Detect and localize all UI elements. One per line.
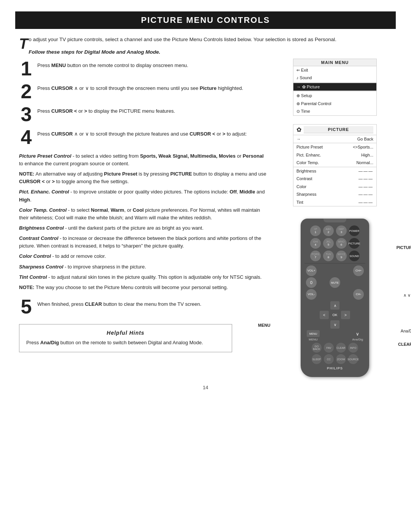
remote-dpad: ∧ < OK > ∨ xyxy=(304,301,365,329)
picture-menu-diagram: ✿ PICTURE → Go Back Picture Preset<>Spor… xyxy=(293,124,377,207)
desc-brightness: Brightness Control - until the darkest p… xyxy=(19,224,266,232)
right-column: MAIN MENU ⇐ Exit ♪ Sound → ✿ Picture ⊕ S… xyxy=(274,59,396,377)
remote-btn-2[interactable]: ABC2 xyxy=(323,225,334,236)
step-2-text: Press CURSOR ∧ or ∨ to scroll through th… xyxy=(37,81,243,92)
left-column: 1 Press MENU button on the remote contro… xyxy=(15,59,266,352)
remote-btn-ok[interactable]: OK xyxy=(330,310,340,320)
desc-contrast: Contrast Control - to increase or decrea… xyxy=(19,235,266,250)
desc-pict-enhanc: Pict. Enhanc. Control - to improve unsta… xyxy=(19,188,266,203)
remote-btn-ch-plus[interactable]: CH+ xyxy=(353,265,364,276)
intro-text: o adjust your TV picture controls, selec… xyxy=(29,37,336,42)
remote-btn-menu[interactable]: MENU xyxy=(307,330,320,337)
step-1-row: 1 Press MENU button on the remote contro… xyxy=(19,59,266,78)
step-4-number: 4 xyxy=(19,127,33,147)
page-title: PICTURE MENU CONTROLS xyxy=(15,11,396,29)
remote-btn-ch-minus[interactable]: CH- xyxy=(353,289,364,300)
pm-item-brightness: Brightness——— xyxy=(293,167,376,175)
step-3-number: 3 xyxy=(19,104,33,124)
remote-btn-8[interactable]: TUV8 xyxy=(323,251,334,261)
helpful-hints-box: Helpful Hints Press Ana/Dig button on th… xyxy=(19,324,232,352)
pm-item-contrast: Contrast——— xyxy=(293,175,376,183)
desc-color-temp: Color Temp. Control - to select Normal, … xyxy=(19,206,266,222)
remote-btn-info[interactable]: INFO xyxy=(348,343,358,353)
remote-menu-anadig-row: MENU MENU ∨ Ana/Dig xyxy=(304,330,365,341)
remote-brand: PHILIPS xyxy=(304,366,365,370)
remote-row-1: +P1 ABC2 DEF3 POWER xyxy=(304,225,365,236)
page-number: 14 xyxy=(15,385,396,390)
desc-note-picture-preset: NOTE: An alternative way of adjusting Pi… xyxy=(19,170,266,185)
step-4-row: 4 Press CURSOR ∧ or ∨ to scroll through … xyxy=(19,127,266,147)
remote-top-curve xyxy=(323,219,346,222)
remote-btn-clear[interactable]: CLEAR xyxy=(336,343,346,353)
remote-btn-sleep[interactable]: SLEEP xyxy=(312,354,322,364)
remote-btn-down[interactable]: ∨ xyxy=(330,320,339,329)
remote-btn-goback[interactable]: GOBACK xyxy=(312,343,322,353)
remote-vol-ch: VOL+ 0 VOL- MUTE CH+ CH- xyxy=(304,265,365,300)
desc-picture-preset: Picture Preset Control - to select a vid… xyxy=(19,152,266,168)
remote-btn-vol-minus[interactable]: VOL- xyxy=(306,289,317,300)
remote-btn-4[interactable]: GHI4 xyxy=(310,238,321,249)
remote-picture-label: PICTURE xyxy=(397,245,411,250)
main-layout: 1 Press MENU button on the remote contro… xyxy=(15,59,396,377)
remote-bottom-row-1: GOBACK FAV CLEAR INFO xyxy=(304,343,365,353)
follow-steps-label: Follow these steps for Digital Mode and … xyxy=(15,49,396,55)
step-5-row: 5 When finished, press CLEAR button to c… xyxy=(19,297,266,316)
remote-btn-9[interactable]: WXYZ9 xyxy=(336,251,347,261)
remote-btn-anadig-down[interactable]: ∨ xyxy=(353,330,362,338)
remote-clear-label: CLEAR xyxy=(398,342,411,347)
step-3-text: Press CURSOR < or > to display the PICTU… xyxy=(37,104,175,115)
helpful-hints-title: Helpful Hints xyxy=(26,330,225,336)
desc-color: Color Control - to add or remove color. xyxy=(19,252,266,260)
remote-btn-right[interactable]: > xyxy=(341,311,350,319)
remote-btn-6[interactable]: MNO6 xyxy=(336,238,347,249)
remote-btn-up[interactable]: ∧ xyxy=(330,301,339,310)
remote-btn-left[interactable]: < xyxy=(320,311,329,319)
pm-item-colortemp: Color Temp.Normal... xyxy=(293,159,376,167)
remote-btn-power[interactable]: POWER xyxy=(349,225,360,236)
remote-btn-zero[interactable]: 0 xyxy=(306,277,317,288)
remote-menu-label: MENU xyxy=(258,323,270,328)
remote-cursors-label: ∧ ∨ < > xyxy=(403,293,411,298)
remote-btn-7[interactable]: PQRS7 xyxy=(310,251,321,261)
menu-item-time: ⊙ Time xyxy=(293,107,376,115)
menu-item-sound: ♪ Sound xyxy=(293,74,376,82)
remote-dpad-down-row: ∨ xyxy=(330,320,339,329)
remote-row-3: PQRS7 TUV8 WXYZ9 SOUND xyxy=(304,251,365,261)
remote-btn-fav[interactable]: FAV xyxy=(324,343,334,353)
main-menu-title: MAIN MENU xyxy=(293,59,376,66)
remote-anadig-label: Ana/Dig xyxy=(352,338,363,341)
step-2-number: 2 xyxy=(19,81,33,101)
pm-item-preset: Picture Preset<>Sports... xyxy=(293,143,376,151)
step-1-text: Press MENU button on the remote control … xyxy=(37,59,188,69)
remote-bottom-row-2: SLEEP CC ZOOM SOURCE xyxy=(304,354,365,364)
intro-paragraph: To adjust your TV picture controls, sele… xyxy=(15,36,396,44)
remote-labels-container: +P1 ABC2 DEF3 POWER GHI4 xyxy=(278,219,392,377)
desc-tint: Tint Control - to adjust natural skin to… xyxy=(19,273,266,281)
menu-item-exit: ⇐ Exit xyxy=(293,66,376,74)
remote-btn-vol-plus[interactable]: VOL+ xyxy=(306,265,317,276)
remote-btn-1[interactable]: +P1 xyxy=(310,225,321,236)
remote-btn-mute[interactable]: MUTE xyxy=(330,277,340,288)
step-2-row: 2 Press CURSOR ∧ or ∨ to scroll through … xyxy=(19,81,266,101)
remote-row-2: GHI4 JKL5 MNO6 PICTURE xyxy=(304,238,365,249)
remote-btn-source[interactable]: SOURCE xyxy=(348,354,358,364)
remote-control: +P1 ABC2 DEF3 POWER GHI4 xyxy=(301,219,369,377)
helpful-hints-text: Press Ana/Dig button on the remote to sw… xyxy=(26,339,225,347)
step-5-number: 5 xyxy=(19,297,33,316)
remote-btn-5[interactable]: JKL5 xyxy=(323,238,334,249)
step-5-text: When finished, press CLEAR button to cle… xyxy=(37,297,201,308)
pm-item-enhanc: Pict. Enhanc.High... xyxy=(293,151,376,159)
desc-note-personal: NOTE: The way you choose to set the Pict… xyxy=(19,284,266,291)
step-4-text: Press CURSOR ∧ or ∨ to scroll through th… xyxy=(37,127,247,138)
remote-btn-cc[interactable]: CC xyxy=(324,354,334,364)
remote-menu-label: MENU xyxy=(309,338,318,341)
remote-btn-zoom[interactable]: ZOOM xyxy=(336,354,346,364)
remote-divider-1 xyxy=(304,263,365,264)
pm-item-sharpness: Sharpness——— xyxy=(293,190,376,198)
remote-btn-sound[interactable]: SOUND xyxy=(349,251,360,261)
pm-item-goback: → Go Back xyxy=(293,135,376,143)
remote-btn-3[interactable]: DEF3 xyxy=(336,225,347,236)
remote-dpad-up-row: ∧ xyxy=(330,301,339,310)
remote-btn-picture[interactable]: PICTURE xyxy=(349,238,360,249)
pm-item-tint: Tint——— xyxy=(293,198,376,206)
